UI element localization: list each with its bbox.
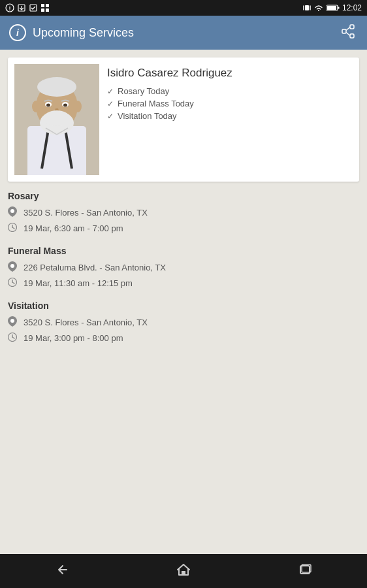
app-title: Upcoming Services — [33, 26, 134, 40]
rosary-today-label: Rosary Today — [118, 86, 169, 96]
check-rosary-icon: ✓ — [107, 87, 114, 96]
svg-text:!: ! — [9, 5, 11, 12]
svg-point-35 — [10, 209, 14, 213]
home-button[interactable] — [163, 557, 204, 586]
clock-icon-visitation — [8, 333, 17, 344]
visitation-section: Visitation 3520 S. Flores - San Antonio,… — [8, 301, 359, 344]
svg-line-42 — [12, 282, 14, 284]
service-funeral-mass: ✓ Funeral Mass Today — [107, 99, 345, 108]
funeral-location: 226 Petaluma Blvd. - San Antonio, TX — [24, 263, 166, 272]
status-icons-right: 12:02 — [303, 3, 362, 12]
svg-point-27 — [32, 101, 40, 112]
svg-point-32 — [63, 104, 67, 107]
rosary-title: Rosary — [8, 191, 359, 201]
visitation-datetime: 19 Mar, 3:00 pm - 8:00 pm — [24, 333, 123, 343]
svg-rect-8 — [46, 8, 49, 12]
svg-rect-13 — [338, 7, 340, 9]
check-funeral-icon: ✓ — [107, 99, 114, 108]
location-icon-rosary — [8, 206, 17, 219]
clock-icon-rosary — [8, 223, 17, 234]
recents-button[interactable] — [285, 557, 327, 586]
svg-rect-6 — [46, 4, 49, 7]
visitation-location-row: 3520 S. Flores - San Antonio, TX — [8, 316, 359, 329]
download-icon — [17, 3, 26, 12]
service-visitation: ✓ Visitation Today — [107, 111, 345, 121]
clock: 12:02 — [342, 3, 362, 12]
funeral-location-row: 226 Petaluma Blvd. - San Antonio, TX — [8, 261, 359, 274]
svg-point-26 — [37, 77, 76, 97]
svg-rect-17 — [342, 29, 346, 33]
rosary-location-row: 3520 S. Flores - San Antonio, TX — [8, 206, 359, 219]
rosary-time-row: 19 Mar, 6:30 am - 7:00 pm — [8, 223, 359, 234]
svg-rect-14 — [327, 6, 336, 10]
content-area: Isidro Casarez Rodriguez ✓ Rosary Today … — [0, 50, 367, 554]
svg-line-19 — [346, 32, 350, 35]
funeral-mass-title: Funeral Mass — [8, 246, 359, 256]
rosary-datetime: 19 Mar, 6:30 am - 7:00 pm — [24, 223, 123, 233]
clock-icon-funeral — [8, 278, 17, 289]
visitation-today-label: Visitation Today — [118, 111, 177, 121]
svg-point-28 — [74, 101, 82, 112]
check-visitation-icon: ✓ — [107, 112, 114, 121]
battery-icon — [327, 4, 340, 12]
funeral-mass-today-label: Funeral Mass Today — [118, 99, 194, 108]
svg-point-39 — [10, 264, 14, 268]
app-logo: i — [9, 24, 26, 41]
visitation-time-row: 19 Mar, 3:00 pm - 8:00 pm — [8, 333, 359, 344]
check-icon — [29, 3, 38, 12]
share-icon — [341, 24, 355, 39]
svg-point-34 — [44, 110, 70, 126]
funeral-mass-section: Funeral Mass 226 Petaluma Blvd. - San An… — [8, 246, 359, 289]
svg-rect-5 — [41, 4, 44, 7]
rosary-location: 3520 S. Flores - San Antonio, TX — [24, 208, 148, 218]
nav-bar — [0, 554, 367, 588]
rosary-section: Rosary 3520 S. Flores - San Antonio, TX … — [8, 191, 359, 234]
service-rosary: ✓ Rosary Today — [107, 86, 345, 96]
share-button[interactable] — [338, 22, 358, 44]
funeral-time-row: 19 Mar, 11:30 am - 12:15 pm — [8, 278, 359, 289]
person-photo-svg — [14, 64, 99, 175]
vibrate-icon — [303, 3, 311, 12]
svg-rect-11 — [305, 5, 309, 10]
person-card: Isidro Casarez Rodriguez ✓ Rosary Today … — [8, 57, 359, 182]
svg-rect-4 — [30, 5, 37, 11]
app-bar-left: i Upcoming Services — [9, 24, 134, 41]
location-icon-funeral — [8, 261, 17, 274]
svg-rect-15 — [350, 25, 354, 29]
svg-line-18 — [346, 27, 350, 30]
status-icons-left: ! — [5, 3, 50, 12]
svg-rect-16 — [350, 34, 354, 38]
svg-rect-47 — [182, 571, 185, 575]
visitation-location: 3520 S. Flores - San Antonio, TX — [24, 318, 148, 327]
svg-rect-7 — [41, 8, 44, 12]
status-bar: ! 12:02 — [0, 0, 367, 16]
person-name: Isidro Casarez Rodriguez — [107, 67, 345, 80]
person-photo — [14, 64, 99, 175]
svg-line-46 — [12, 337, 14, 338]
location-icon-visitation — [8, 316, 17, 329]
back-button[interactable] — [40, 557, 82, 586]
svg-line-38 — [12, 227, 14, 229]
person-info: Isidro Casarez Rodriguez ✓ Rosary Today … — [99, 64, 353, 175]
app-bar: i Upcoming Services — [0, 16, 367, 50]
apps-icon — [40, 3, 50, 12]
svg-point-43 — [10, 319, 14, 323]
visitation-title: Visitation — [8, 301, 359, 311]
notification-icon: ! — [5, 3, 14, 12]
svg-point-31 — [46, 104, 50, 107]
wifi-icon — [313, 3, 324, 12]
funeral-datetime: 19 Mar, 11:30 am - 12:15 pm — [24, 278, 133, 288]
